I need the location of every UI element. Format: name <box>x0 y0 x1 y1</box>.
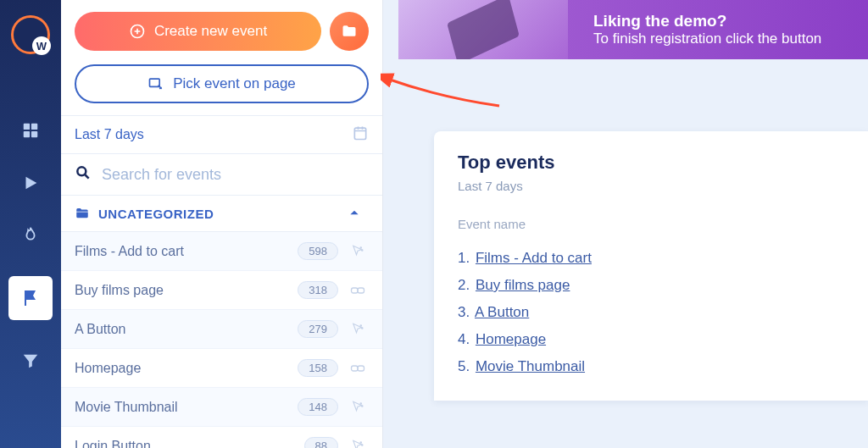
top-event-link[interactable]: Homepage <box>476 331 546 347</box>
banner-art <box>398 0 568 59</box>
demo-banner[interactable]: Liking the demo? To finish registration … <box>398 0 868 59</box>
cursor-icon <box>347 322 369 337</box>
card-title: Top events <box>458 152 844 174</box>
pick-event-button[interactable]: Pick event on page <box>75 64 369 103</box>
nav-dashboard-icon[interactable] <box>19 119 42 142</box>
folder-button[interactable] <box>330 12 369 51</box>
svg-rect-6 <box>354 128 365 139</box>
create-event-label: Create new event <box>154 23 267 40</box>
event-name: Movie Thumbnail <box>75 400 298 415</box>
event-row[interactable]: Homepage158 <box>61 349 382 388</box>
event-row[interactable]: Films - Add to cart598 <box>61 232 382 271</box>
svg-point-7 <box>77 167 86 175</box>
top-events-card: Top events Last 7 days Event name 1. Fil… <box>434 131 868 401</box>
plus-circle-icon <box>129 23 146 40</box>
svg-rect-3 <box>31 131 37 137</box>
events-panel: Create new event Pick event on page Last… <box>61 0 383 448</box>
top-event-item: 5. Movie Thumbnail <box>458 353 844 380</box>
rank: 5. <box>458 358 470 374</box>
rank: 1. <box>458 250 470 266</box>
search-icon <box>75 164 92 185</box>
cursor-icon <box>347 400 369 415</box>
svg-point-13 <box>362 327 364 329</box>
svg-point-9 <box>362 249 364 251</box>
folder-open-icon <box>75 206 90 221</box>
top-event-item: 3. A Button <box>458 299 844 326</box>
category-header[interactable]: UNCATEGORIZED <box>61 196 382 232</box>
event-count: 148 <box>298 398 338 416</box>
top-event-item: 1. Films - Add to cart <box>458 245 844 272</box>
svg-point-17 <box>362 405 364 407</box>
svg-rect-1 <box>31 124 37 130</box>
banner-subtitle: To finish registration click the button <box>593 30 821 47</box>
cursor-icon <box>347 244 369 259</box>
top-event-link[interactable]: Films - Add to cart <box>476 250 592 266</box>
top-event-item: 2. Buy films page <box>458 272 844 299</box>
link-icon <box>347 361 369 376</box>
event-count: 88 <box>304 437 338 448</box>
nav-rail: W <box>0 0 61 448</box>
event-name: Films - Add to cart <box>75 244 298 259</box>
search-row <box>61 154 382 196</box>
top-event-link[interactable]: A Button <box>475 304 529 320</box>
rank: 4. <box>458 331 470 347</box>
top-event-link[interactable]: Buy films page <box>476 277 570 293</box>
event-count: 158 <box>298 359 338 377</box>
date-filter[interactable]: Last 7 days <box>61 115 382 154</box>
main-content: Liking the demo? To finish registration … <box>383 0 868 448</box>
event-row[interactable]: Login Button88 <box>61 427 382 448</box>
svg-point-12 <box>360 324 362 326</box>
rank: 2. <box>458 277 470 293</box>
app-logo[interactable]: W <box>11 15 50 54</box>
link-icon <box>347 283 369 298</box>
pick-icon <box>147 75 164 92</box>
card-subtitle: Last 7 days <box>458 179 844 193</box>
event-count: 279 <box>298 320 338 338</box>
svg-rect-15 <box>358 366 364 371</box>
svg-point-16 <box>360 402 362 404</box>
calendar-icon <box>352 124 369 145</box>
banner-title: Liking the demo? <box>593 12 821 30</box>
event-name: Login Button <box>75 439 304 449</box>
event-row[interactable]: Movie Thumbnail148 <box>61 388 382 427</box>
create-event-button[interactable]: Create new event <box>75 12 321 51</box>
event-name: A Button <box>75 322 298 337</box>
svg-point-19 <box>362 444 364 445</box>
top-event-item: 4. Homepage <box>458 326 844 353</box>
rank: 3. <box>458 304 470 320</box>
event-count: 598 <box>298 242 338 260</box>
arrow-annotation <box>381 72 508 123</box>
svg-rect-0 <box>24 124 30 130</box>
category-label: UNCATEGORIZED <box>98 207 214 221</box>
svg-point-8 <box>360 246 362 248</box>
folder-icon <box>341 23 358 40</box>
logo-badge: W <box>32 36 51 55</box>
svg-rect-11 <box>358 288 364 293</box>
column-header: Event name <box>458 217 844 231</box>
event-name: Homepage <box>75 361 298 376</box>
top-events-list: 1. Films - Add to cart2. Buy films page3… <box>458 245 844 380</box>
svg-rect-10 <box>352 288 359 293</box>
event-list[interactable]: Films - Add to cart598Buy films page318A… <box>61 232 382 448</box>
pick-event-label: Pick event on page <box>173 75 296 92</box>
svg-rect-14 <box>352 366 359 371</box>
top-event-link[interactable]: Movie Thumbnail <box>476 358 585 374</box>
event-row[interactable]: Buy films page318 <box>61 271 382 310</box>
svg-rect-2 <box>24 131 30 137</box>
chevron-up-icon <box>348 207 360 221</box>
svg-point-18 <box>360 441 362 443</box>
search-input[interactable] <box>102 166 369 184</box>
nav-funnel-icon[interactable] <box>19 349 42 373</box>
event-row[interactable]: A Button279 <box>61 310 382 349</box>
nav-flame-icon[interactable] <box>19 224 42 247</box>
cursor-icon <box>347 439 369 449</box>
event-name: Buy films page <box>75 283 298 298</box>
nav-play-icon[interactable] <box>19 171 42 195</box>
event-count: 318 <box>298 281 338 299</box>
nav-flag-icon[interactable] <box>8 276 53 320</box>
date-filter-label: Last 7 days <box>75 127 144 142</box>
